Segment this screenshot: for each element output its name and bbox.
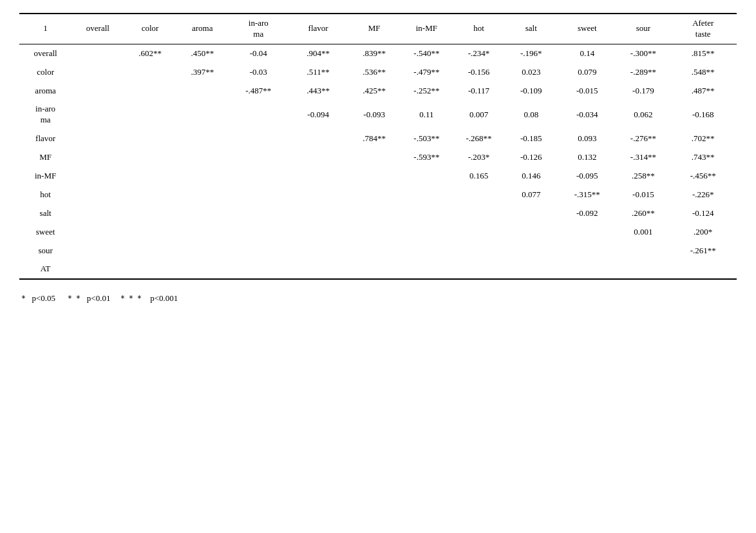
- cell: 0.093: [557, 130, 617, 148]
- cell: -0.095: [557, 167, 617, 186]
- cell: [505, 260, 557, 279]
- table-row: hot0.077-.315**-0.015-.226*: [19, 186, 737, 204]
- cell: [348, 242, 401, 260]
- cell: [229, 100, 288, 130]
- cell: .487**: [669, 82, 737, 101]
- cell: .258**: [617, 167, 669, 186]
- cell: 0.023: [505, 63, 557, 82]
- cell: -.226*: [669, 186, 737, 204]
- cell: 0.077: [505, 186, 557, 204]
- cell: -.196*: [505, 44, 557, 63]
- cell: [288, 204, 348, 223]
- cell: -0.156: [453, 63, 505, 82]
- cell: [401, 204, 453, 223]
- cell: -.456**: [669, 167, 737, 186]
- cell: [229, 242, 288, 260]
- cell: -.540**: [401, 44, 453, 63]
- cell: [71, 167, 124, 186]
- table-row: flavor.784**-.503**-.268**-0.1850.093-.2…: [19, 130, 737, 148]
- table-row: aroma-.487**.443**.425**-.252**-0.117-0.…: [19, 82, 737, 101]
- cell: [348, 204, 401, 223]
- col-header-sour: sour: [617, 14, 669, 44]
- col-header-sweet: sweet: [557, 14, 617, 44]
- cell: -0.015: [557, 82, 617, 101]
- cell: [401, 223, 453, 242]
- col-header-in-MF: in-MF: [401, 14, 453, 44]
- cell: [453, 223, 505, 242]
- cell: [124, 167, 176, 186]
- cell: [124, 242, 176, 260]
- col-header-flavor: flavor: [288, 14, 348, 44]
- cell: [288, 130, 348, 148]
- cell: -0.094: [288, 100, 348, 130]
- col-header-overall: overall: [71, 14, 124, 44]
- cell: [71, 130, 124, 148]
- cell: [176, 130, 229, 148]
- cell: [229, 148, 288, 167]
- table-row: salt-0.092.260**-0.124: [19, 204, 737, 223]
- cell: -.252**: [401, 82, 453, 101]
- cell: [453, 260, 505, 279]
- cell: -0.03: [229, 63, 288, 82]
- cell: .602**: [124, 44, 176, 63]
- cell: 0.062: [617, 100, 669, 130]
- cell: [401, 260, 453, 279]
- cell: [71, 148, 124, 167]
- table-row: in-aroma-0.094-0.0930.110.0070.08-0.0340…: [19, 100, 737, 130]
- cell: .784**: [348, 130, 401, 148]
- cell: [348, 223, 401, 242]
- cell: 0.11: [401, 100, 453, 130]
- cell: 0.165: [453, 167, 505, 186]
- table-row: in-MF0.1650.146-0.095.258**-.456**: [19, 167, 737, 186]
- cell: [557, 242, 617, 260]
- row-header: color: [19, 63, 71, 82]
- row-header: MF: [19, 148, 71, 167]
- table-row: AT: [19, 260, 737, 279]
- col-header-in-aroma: in-aroma: [229, 14, 288, 44]
- cell: [617, 242, 669, 260]
- cell: .425**: [348, 82, 401, 101]
- cell: -0.168: [669, 100, 737, 130]
- cell: -0.124: [669, 204, 737, 223]
- table-row: sweet0.001.200*: [19, 223, 737, 242]
- cell: .450**: [176, 44, 229, 63]
- cell: .536**: [348, 63, 401, 82]
- cell: .548**: [669, 63, 737, 82]
- cell: [617, 260, 669, 279]
- row-header: flavor: [19, 130, 71, 148]
- cell: [401, 186, 453, 204]
- cell: -.487**: [229, 82, 288, 101]
- cell: [453, 242, 505, 260]
- row-header: hot: [19, 186, 71, 204]
- cell: 0.079: [557, 63, 617, 82]
- cell: -0.034: [557, 100, 617, 130]
- cell: [229, 186, 288, 204]
- cell: 0.14: [557, 44, 617, 63]
- row-header: salt: [19, 204, 71, 223]
- cell: [71, 44, 124, 63]
- cell: .200*: [669, 223, 737, 242]
- cell: [124, 82, 176, 101]
- cell: .511**: [288, 63, 348, 82]
- cell: [505, 204, 557, 223]
- cell: -0.117: [453, 82, 505, 101]
- cell: -.276**: [617, 130, 669, 148]
- cell: [71, 63, 124, 82]
- row-header: overall: [19, 44, 71, 63]
- cell: [71, 223, 124, 242]
- cell: -0.015: [617, 186, 669, 204]
- cell: [288, 223, 348, 242]
- row-header: in-MF: [19, 167, 71, 186]
- cell: 0.001: [617, 223, 669, 242]
- col-header-aroma: aroma: [176, 14, 229, 44]
- table-row: MF-.593**-.203*-0.1260.132-.314**.743**: [19, 148, 737, 167]
- cell: [229, 260, 288, 279]
- col-header-salt: salt: [505, 14, 557, 44]
- cell: [71, 242, 124, 260]
- cell: -.314**: [617, 148, 669, 167]
- cell: [124, 223, 176, 242]
- cell: [124, 63, 176, 82]
- cell: [176, 148, 229, 167]
- cell: [71, 186, 124, 204]
- cell: [176, 223, 229, 242]
